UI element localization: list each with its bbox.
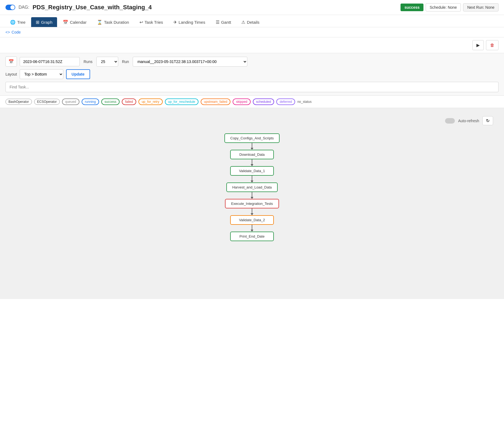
arrow-line	[252, 143, 252, 148]
arrow-head	[251, 213, 253, 215]
refresh-button[interactable]: ↻	[482, 116, 493, 125]
toolbar: ▶ 🗑	[0, 37, 504, 53]
dag-node-validate1[interactable]: Validate_Data_1	[230, 166, 274, 176]
graph-controls: Auto-refresh ↻	[5, 113, 499, 128]
legend-up-for-retry[interactable]: up_for_retry	[138, 98, 163, 105]
queued-badge: queued	[62, 98, 79, 105]
running-badge: running	[82, 98, 99, 105]
up-for-reschedule-badge: up_for_reschedule	[165, 98, 198, 105]
date-picker-button[interactable]: 📅	[5, 56, 17, 67]
run-label: Run	[121, 59, 130, 64]
dag-node-download[interactable]: Download_Data	[230, 150, 274, 159]
arrow-5	[251, 208, 253, 215]
arrow-head	[251, 181, 253, 182]
controls-panel: 📅 Runs 25 Run manual__2023-05-31T22:38:1…	[0, 53, 504, 96]
sub-nav: <> Code	[0, 27, 504, 37]
task-tries-icon: ↩	[140, 20, 143, 25]
layout-select[interactable]: Top > Bottom Left > Right	[20, 69, 63, 79]
graph-area: Auto-refresh ↻ Copy_Configs_And_Scripts …	[0, 108, 504, 299]
legend-upstream-failed[interactable]: upstream_failed	[201, 98, 230, 105]
upstream-failed-badge: upstream_failed	[201, 98, 230, 105]
tab-landing-times[interactable]: ✈ Landing Times	[169, 17, 210, 27]
task-duration-icon: ⌛	[97, 20, 102, 25]
arrow-6	[251, 225, 253, 232]
tab-tree[interactable]: 🌐 Tree	[5, 17, 30, 27]
arrow-3	[251, 176, 253, 182]
code-link[interactable]: <> Code	[5, 30, 499, 34]
legend-running[interactable]: running	[82, 98, 99, 105]
delete-button[interactable]: 🗑	[486, 40, 499, 50]
ecsoperator-badge: ECSOperator	[34, 99, 60, 105]
header-right: success Schedule: None Next Run: None	[401, 3, 499, 11]
arrow-head	[251, 164, 253, 166]
tab-landing-times-label: Landing Times	[179, 20, 205, 25]
runs-label: Runs	[82, 59, 94, 64]
arrow-line	[252, 176, 252, 181]
no-status-label: no_status	[297, 100, 312, 104]
dag-label: DAG:	[19, 5, 29, 10]
dag-node-validate2[interactable]: Validate_Data_2	[230, 215, 274, 225]
find-task-input[interactable]	[5, 82, 499, 92]
tab-gantt-label: Gantt	[221, 20, 231, 25]
auto-refresh-toggle[interactable]	[445, 118, 455, 124]
tab-calendar[interactable]: 📅 Calendar	[58, 17, 91, 27]
nextrun-badge: Next Run: None	[463, 3, 499, 11]
legend-success[interactable]: success	[101, 98, 120, 105]
arrow-4	[251, 192, 253, 199]
legend-scheduled[interactable]: scheduled	[253, 98, 274, 105]
gantt-icon: ☰	[216, 20, 220, 25]
legend-bashoperator[interactable]: BashOperator	[5, 99, 32, 105]
tab-calendar-label: Calendar	[70, 20, 87, 25]
run-button[interactable]: ▶	[472, 40, 484, 50]
bashoperator-badge: BashOperator	[5, 99, 32, 105]
arrow-line	[252, 192, 252, 197]
tab-task-tries-label: Task Tries	[145, 20, 163, 25]
skipped-badge: skipped	[233, 98, 250, 105]
arrow-2	[251, 159, 253, 166]
dag-node-print[interactable]: Print_End_Date	[230, 232, 274, 241]
arrow-line	[252, 208, 252, 213]
legend-skipped[interactable]: skipped	[233, 98, 250, 105]
tab-task-tries[interactable]: ↩ Task Tries	[135, 17, 168, 27]
arrow-1	[251, 143, 253, 150]
tab-task-duration[interactable]: ⌛ Task Duration	[92, 17, 134, 27]
legend-up-for-reschedule[interactable]: up_for_reschedule	[165, 98, 198, 105]
legend-ecsoperator[interactable]: ECSOperator	[34, 99, 60, 105]
arrow-line	[252, 225, 252, 230]
dag-name: PDS_Registry_Use_Case_with_Staging_4	[32, 4, 152, 11]
tab-task-duration-label: Task Duration	[104, 20, 129, 25]
code-link-label: Code	[11, 30, 20, 34]
deferred-badge: deferred	[276, 98, 295, 105]
legend-failed[interactable]: failed	[122, 98, 136, 105]
legend: BashOperator ECSOperator queued running …	[0, 96, 504, 108]
dag-toggle[interactable]	[5, 5, 15, 10]
landing-times-icon: ✈	[173, 20, 177, 25]
arrow-head	[251, 197, 253, 199]
legend-queued[interactable]: queued	[62, 98, 79, 105]
tab-details-label: Details	[247, 20, 259, 25]
status-badge: success	[401, 4, 423, 11]
graph-icon: ⊞	[36, 20, 39, 25]
auto-refresh-label: Auto-refresh	[458, 119, 479, 123]
tab-gantt[interactable]: ☰ Gantt	[211, 17, 236, 27]
dag-node-copy[interactable]: Copy_Configs_And_Scripts	[224, 133, 280, 143]
tab-graph-label: Graph	[41, 20, 52, 25]
legend-deferred[interactable]: deferred	[276, 98, 295, 105]
dag-node-execute[interactable]: Execute_Integration_Tests	[225, 199, 279, 208]
tab-graph[interactable]: ⊞ Graph	[31, 17, 57, 27]
header: DAG: PDS_Registry_Use_Case_with_Staging_…	[0, 0, 504, 15]
dag-node-harvest[interactable]: Harvest_and_Load_Data	[226, 182, 278, 192]
find-task-row	[5, 82, 499, 92]
nav-tabs: 🌐 Tree ⊞ Graph 📅 Calendar ⌛ Task Duratio…	[0, 15, 504, 27]
controls-row1: 📅 Runs 25 Run manual__2023-05-31T22:38:1…	[5, 56, 499, 67]
date-input[interactable]	[20, 57, 80, 66]
failed-badge: failed	[122, 98, 136, 105]
runs-select[interactable]: 25	[96, 57, 118, 67]
details-icon: ⚠	[241, 20, 245, 25]
run-select[interactable]: manual__2023-05-31T22:38:13.003717+00:00	[133, 57, 247, 67]
success-badge: success	[101, 98, 120, 105]
update-button[interactable]: Update	[66, 69, 90, 79]
tab-details[interactable]: ⚠ Details	[237, 17, 264, 27]
up-for-retry-badge: up_for_retry	[138, 98, 163, 105]
arrow-head	[251, 230, 253, 232]
